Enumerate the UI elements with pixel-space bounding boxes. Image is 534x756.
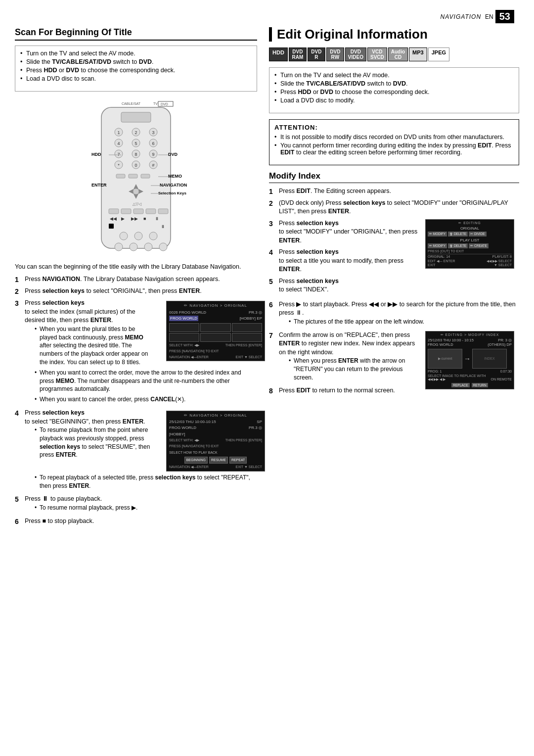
svg-text:#: # [152,163,154,168]
bullet-4: Load a DVD disc to scan. [20,75,252,82]
step-3-text: Press selection keys to select the index… [25,299,152,368]
right-step-6-content: Press ▶ to start playback. Press ◀◀ or ▶… [279,300,519,328]
svg-text:DVD: DVD [161,102,168,106]
mode-badges: HDD DVD RAM DVD R DVD RW DVD VIDEO [269,47,519,61]
edit-screen: ✏ EDITING ORIGINAL ✏ MODIFY 🗑 DELETE ✂ D… [425,219,514,269]
svg-text:HDD: HDD [91,152,101,157]
right-step-7: 7 Confirm the arrow is on "REPLACE", the… [269,331,419,384]
modify-screen-actions: REPLACE RETURN [428,383,512,387]
svg-text:2: 2 [134,130,137,135]
page-number: 53 [495,10,514,23]
resume-btn: RESUME [209,457,228,464]
modify-screen-remote: ◀◀ ▶▶ ◀ ▶ ON REMOTE [428,378,512,381]
svg-text:*: * [118,163,120,168]
step-4-content: Press selection keys to select "BEGINNIN… [25,409,257,492]
steps-7-8-layout: 7 Confirm the arrow is on "REPLACE", the… [269,331,519,399]
step-3-screen: ✏ NAVIGATION > ORIGINAL 0026 FROG WORLDP… [158,299,257,368]
screen-4-howto: SELECT HOW TO PLAY BACK [169,450,262,455]
edit-playlist-label: PLAY LIST [428,238,512,242]
step-6-content: Press ■ to stop playback. [25,517,257,526]
screen-3-nav3: NAVIGATION ◀—ENTER EXIT ▼ SELECT [169,355,262,360]
edit-screen-container: ✏ EDITING ORIGINAL ✏ MODIFY 🗑 DELETE ✂ D… [425,219,519,269]
steps-7-8-text: 7 Confirm the arrow is on "REPLACE", the… [269,331,419,399]
svg-text:DVD: DVD [168,152,178,157]
svg-rect-34 [116,174,125,178]
badge-dvd-video: DVD VIDEO [345,47,366,61]
svg-text:0: 0 [134,163,137,168]
left-section-title: Scan For Beginning Of Title [15,27,257,41]
step-5-num: 5 [15,495,23,504]
badge-dvd-r: DVD R [308,47,325,61]
replace-action: REPLACE [451,383,469,387]
right-step-1-num: 1 [269,187,277,196]
svg-text:△▽◁: △▽◁ [133,202,142,206]
edit-screen-title: ✏ EDITING [428,221,512,225]
right-section-title: Edit Original Information [269,27,519,42]
bullet-1: Turn on the TV and select the AV mode. [20,50,252,57]
svg-point-64 [149,232,157,240]
svg-rect-53 [146,209,156,214]
step-6-num: 6 [15,517,23,526]
create-btn: ✏ CREATE [469,243,489,248]
step-1-num: 1 [15,275,23,284]
screen-3-row2: FROG WORLD[HOBBY] EP [169,316,262,321]
screen-4-title: ✏ NAVIGATION > ORIGINAL [169,413,262,418]
attention-title: ATTENTION: [274,124,514,131]
remote-svg: CABLE/SAT TV DVD 1 2 [82,97,190,256]
step-1-content: Press NAVIGATION. The Library Database N… [25,275,257,284]
svg-point-65 [115,243,123,251]
top-navigation: NAVIGATION EN 53 [15,10,519,23]
svg-text:▶▶: ▶▶ [131,216,138,221]
right-step-4: 4 Press selection keysto select a title … [269,248,419,274]
svg-text:8: 8 [134,152,137,157]
svg-point-62 [120,232,128,240]
edit-bottom: ORIGINAL: 14 PLAYLIST: 8 [428,254,512,258]
right-instruction-box: Turn on the TV and select the AV mode. S… [269,67,519,113]
step-3-sub2: When you want to correct the order, move… [35,369,257,393]
modify-screen-title: ✏ EDITING > MODIFY INDEX [428,333,512,337]
svg-text:⏸: ⏸ [155,216,159,221]
step-2-num: 2 [15,287,23,296]
screen-4-hobby: [HOBBY] [169,431,262,437]
step-5-sub: To resume normal playback, press ▶. [35,504,257,512]
steps-3-5-with-image: 3 Press selection keysto select "MODIFY"… [269,219,519,297]
step-4-num: 4 [15,409,23,418]
edit-btns-2: ✏ MODIFY 🗑 DELETE ✏ CREATE [428,243,512,248]
badge-hdd: HDD [269,47,288,61]
step-4-layout: Press selection keys to select "BEGINNIN… [25,409,257,473]
svg-text:3: 3 [152,130,154,135]
right-step-6-sub: The pictures of the title appear on the … [289,318,519,326]
delete-btn-2: 🗑 DELETE [448,243,468,248]
svg-text:TV: TV [153,102,158,105]
modify-screen-header: 25/12/03 THU 10:00 - 10:15 PR: 3 ◎ [428,338,512,342]
steps-3-5-text: 3 Press selection keysto select "MODIFY"… [269,219,419,297]
nav-en: EN [485,13,493,20]
divide-btn: ✂ DIVIDE [469,232,486,236]
screen-4-buttons: BEGINNING RESUME REPEAT [169,457,262,464]
right-bullet-2: Slide the TV/CABLE/SAT/DVD switch to DVD… [274,80,514,87]
svg-rect-52 [134,209,143,214]
attention-bullets: It is not possible to modify discs recor… [274,134,514,156]
modify-index-title: Modify Index [269,171,519,183]
svg-point-68 [159,243,167,251]
step-5-content: Press ⏸ to pause playback. To resume nor… [25,495,257,514]
badge-dvd-ram: DVD RAM [289,47,307,61]
badge-mp3: MP3 [409,47,427,61]
modify-index-screen: ✏ EDITING > MODIFY INDEX 25/12/03 THU 10… [425,331,514,389]
right-window: INDEX [472,349,507,369]
right-bullet-1: Turn on the TV and select the AV mode. [274,72,514,79]
right-step-2: 2 (DVD deck only) Press selection keys t… [269,199,519,216]
step-2-content: Press selection keys to select "ORIGINAL… [25,287,257,296]
right-step-3: 3 Press selection keysto select "MODIFY"… [269,219,419,245]
left-instruction-box: Turn on the TV and select the AV mode. S… [15,46,257,92]
step-4-sub2: To repeat playback of a selected title, … [35,473,257,490]
body-text: You can scan the beginning of the title … [15,263,257,270]
right-column: Edit Original Information HDD DVD RAM DV… [269,27,519,746]
svg-rect-5 [121,112,151,122]
step-3-layout: Press selection keys to select the index… [25,299,257,368]
edit-btns-1: ✏ MODIFY 🗑 DELETE ✂ DIVIDE [428,232,512,236]
screen-3-thumb: ✏ NAVIGATION > ORIGINAL 0026 FROG WORLDP… [166,301,265,361]
right-step-1: 1 Press EDIT. The Editing screen appears… [269,187,519,196]
right-step-5: 5 Press selection keysto select "INDEX". [269,277,419,294]
step-2: 2 Press selection keys to select "ORIGIN… [15,287,257,296]
